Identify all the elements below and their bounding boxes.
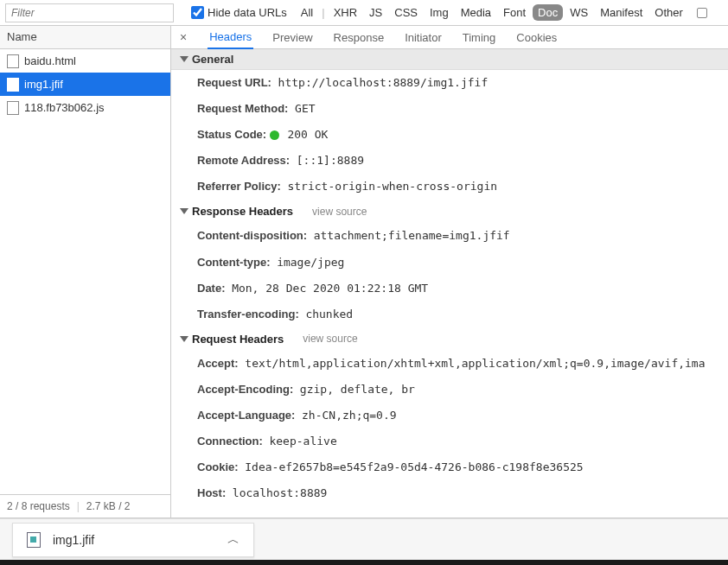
- type-filter-all[interactable]: All: [296, 4, 318, 21]
- view-source-link[interactable]: view source: [312, 206, 367, 218]
- type-filter-other[interactable]: Other: [649, 4, 688, 21]
- section-header[interactable]: Response Headersview source: [171, 200, 728, 223]
- header-row: Referrer Policy: strict-origin-when-cros…: [171, 174, 728, 200]
- filter-input[interactable]: [5, 3, 174, 22]
- hide-data-urls-text: Hide data URLs: [208, 6, 287, 19]
- header-key: Content-disposition:: [197, 229, 307, 242]
- file-item[interactable]: img1.jfif: [0, 73, 170, 96]
- type-filter-manifest[interactable]: Manifest: [595, 4, 648, 21]
- request-list-pane: Name baidu.htmlimg1.jfif118.fb73b062.js …: [0, 26, 171, 517]
- header-row: Request URL: http://localhost:8889/img1.…: [171, 70, 728, 96]
- type-filter-group: All|XHRJSCSSImgMediaFontDocWSManifestOth…: [296, 4, 688, 21]
- section-header[interactable]: Request Headersview source: [171, 327, 728, 351]
- status-dot-icon: [270, 130, 279, 140]
- file-icon: [7, 78, 19, 92]
- header-value: keep-alive: [269, 435, 336, 448]
- header-value: GET: [295, 102, 315, 115]
- type-filter-font[interactable]: Font: [498, 4, 531, 21]
- footer-separator: |: [77, 500, 80, 512]
- header-row: Status Code: 200 OK: [171, 122, 728, 148]
- status-footer: 2 / 8 requests | 2.7 kB / 2: [0, 494, 170, 517]
- header-row: Host: localhost:8889: [171, 480, 728, 506]
- view-source-link[interactable]: view source: [303, 333, 357, 345]
- requests-count: 2 / 8 requests: [7, 500, 70, 512]
- file-icon: [7, 101, 19, 115]
- filter-separator: |: [322, 6, 324, 19]
- type-filter-ws[interactable]: WS: [565, 4, 593, 21]
- header-value: zh-CN,zh;q=0.9: [302, 409, 397, 422]
- file-image-icon: [27, 532, 41, 548]
- header-row: Content-disposition: attachment;filename…: [171, 223, 728, 249]
- header-value: Mon, 28 Dec 2020 01:22:18 GMT: [232, 282, 428, 295]
- hide-data-urls-label[interactable]: Hide data URLs: [191, 6, 287, 19]
- filter-toolbar: Hide data URLs All|XHRJSCSSImgMediaFontD…: [0, 0, 728, 26]
- detail-tabs: × HeadersPreviewResponseInitiatorTimingC…: [171, 26, 728, 49]
- header-key: Remote Address:: [197, 154, 290, 167]
- header-key: Connection:: [197, 435, 263, 448]
- type-filter-img[interactable]: Img: [425, 4, 454, 21]
- transfer-size: 2.7 kB / 2: [86, 500, 131, 512]
- file-name: 118.fb73b062.js: [24, 101, 105, 114]
- tab-response[interactable]: Response: [332, 26, 386, 49]
- header-row: Accept-Language: zh-CN,zh;q=0.9: [171, 403, 728, 429]
- type-filter-xhr[interactable]: XHR: [329, 4, 362, 21]
- header-key: Accept:: [197, 357, 239, 370]
- download-bar: img1.jfif ︿: [0, 518, 728, 560]
- detail-body: GeneralRequest URL: http://localhost:888…: [171, 49, 728, 517]
- section-title: Request Headers: [192, 333, 284, 346]
- header-row: Accept: text/html,application/xhtml+xml,…: [171, 351, 728, 377]
- hide-data-urls-checkbox[interactable]: [191, 6, 204, 19]
- header-key: Request URL:: [197, 76, 271, 89]
- tab-preview[interactable]: Preview: [271, 26, 314, 49]
- header-value: text/html,application/xhtml+xml,applicat…: [245, 357, 705, 370]
- file-item[interactable]: baidu.html: [0, 49, 170, 73]
- header-row: Transfer-encoding: chunked: [171, 302, 728, 327]
- header-row: Connection: keep-alive: [171, 429, 728, 454]
- header-row: Accept-Encoding: gzip, deflate, br: [171, 377, 728, 403]
- type-filter-js[interactable]: JS: [364, 4, 387, 21]
- partial-box-icon: [697, 8, 707, 18]
- header-value: 200 OK: [287, 128, 328, 141]
- name-column-header[interactable]: Name: [0, 26, 170, 49]
- type-filter-css[interactable]: CSS: [389, 4, 423, 21]
- header-value: [::1]:8889: [297, 154, 364, 167]
- header-key: Cookie:: [197, 460, 239, 473]
- main-area: Name baidu.htmlimg1.jfif118.fb73b062.js …: [0, 26, 728, 518]
- type-filter-media[interactable]: Media: [456, 4, 496, 21]
- header-row: Content-type: image/jpeg: [171, 250, 728, 276]
- header-value: http://localhost:8889/img1.jfif: [278, 76, 489, 89]
- header-key: Request Method:: [197, 102, 288, 115]
- header-row: Cookie: Idea-ef2657b8=e545f2a9-05d4-4726…: [171, 454, 728, 480]
- tab-initiator[interactable]: Initiator: [403, 26, 444, 49]
- section-header[interactable]: General: [171, 49, 728, 70]
- file-name: img1.jfif: [24, 78, 63, 91]
- header-value: gzip, deflate, br: [300, 383, 415, 396]
- type-filter-doc[interactable]: Doc: [533, 4, 563, 21]
- tab-headers[interactable]: Headers: [208, 26, 253, 49]
- file-item[interactable]: 118.fb73b062.js: [0, 96, 170, 119]
- header-key: Host:: [197, 486, 226, 499]
- tab-cookies[interactable]: Cookies: [514, 26, 559, 49]
- detail-pane: × HeadersPreviewResponseInitiatorTimingC…: [171, 26, 728, 517]
- file-name: baidu.html: [24, 54, 76, 67]
- file-list: baidu.htmlimg1.jfif118.fb73b062.js: [0, 49, 170, 494]
- file-icon: [7, 54, 19, 68]
- triangle-down-icon: [180, 56, 188, 62]
- download-item[interactable]: img1.jfif ︿: [12, 523, 254, 557]
- header-value: attachment;filename=img1.jfif: [314, 229, 510, 242]
- header-key: Accept-Language:: [197, 409, 295, 422]
- header-key: Accept-Encoding:: [197, 383, 293, 396]
- close-icon[interactable]: ×: [175, 30, 192, 44]
- header-key: Date:: [197, 282, 226, 295]
- header-key: Transfer-encoding:: [197, 308, 299, 321]
- tab-timing[interactable]: Timing: [461, 26, 498, 49]
- header-value: strict-origin-when-cross-origin: [287, 180, 497, 193]
- header-key: Status Code:: [197, 128, 266, 141]
- header-key: Content-type:: [197, 256, 271, 269]
- header-row: Request Method: GET: [171, 96, 728, 122]
- chevron-up-icon[interactable]: ︿: [227, 532, 239, 548]
- header-value: localhost:8889: [233, 486, 328, 499]
- header-key: Referrer Policy:: [197, 180, 281, 193]
- section-title: Response Headers: [192, 205, 293, 218]
- triangle-down-icon: [180, 336, 188, 342]
